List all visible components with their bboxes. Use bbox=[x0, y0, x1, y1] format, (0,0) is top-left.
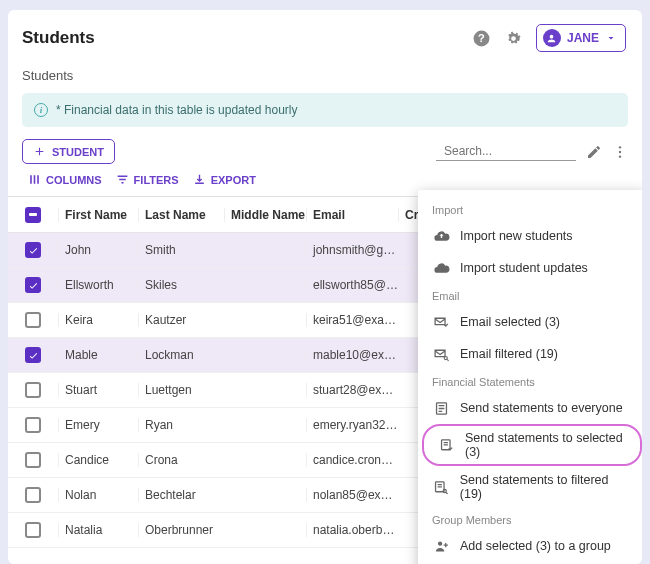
select-all-checkbox[interactable] bbox=[25, 207, 41, 223]
dd-email-filtered[interactable]: Email filtered (19) bbox=[418, 338, 642, 370]
svg-point-3 bbox=[619, 150, 621, 152]
row-checkbox[interactable] bbox=[25, 347, 41, 363]
col-middle-name[interactable]: Middle Name bbox=[224, 208, 306, 222]
cell-first-name: John bbox=[58, 243, 138, 257]
search-input-wrap[interactable] bbox=[436, 142, 576, 161]
row-checkbox[interactable] bbox=[25, 382, 41, 398]
dd-import-label: Import bbox=[418, 198, 642, 220]
cell-first-name: Emery bbox=[58, 418, 138, 432]
info-banner-text: * Financial data in this table is update… bbox=[56, 103, 297, 117]
cell-email: stuart28@exa… bbox=[306, 383, 398, 397]
svg-point-9 bbox=[444, 489, 447, 492]
svg-point-2 bbox=[619, 146, 621, 148]
search-input[interactable] bbox=[444, 144, 594, 158]
cloud-sync-icon bbox=[432, 259, 450, 277]
cell-last-name: Crona bbox=[138, 453, 224, 467]
user-menu[interactable]: JANE bbox=[536, 24, 626, 52]
cell-last-name: Luettgen bbox=[138, 383, 224, 397]
row-checkbox[interactable] bbox=[25, 417, 41, 433]
svg-text:?: ? bbox=[479, 32, 486, 44]
cell-first-name: Ellsworth bbox=[58, 278, 138, 292]
filters-button[interactable]: FILTERS bbox=[112, 171, 183, 188]
cell-last-name: Lockman bbox=[138, 348, 224, 362]
info-banner: i * Financial data in this table is upda… bbox=[22, 93, 628, 127]
page-title: Students bbox=[22, 28, 472, 48]
cell-email: keira51@exa… bbox=[306, 313, 398, 327]
dd-email-label: Email bbox=[418, 284, 642, 306]
dd-fs-everyone[interactable]: Send statements to everyone bbox=[418, 392, 642, 424]
cell-first-name: Natalia bbox=[58, 523, 138, 537]
cell-last-name: Skiles bbox=[138, 278, 224, 292]
help-icon[interactable]: ? bbox=[472, 28, 492, 48]
columns-icon bbox=[28, 173, 41, 186]
edit-icon[interactable] bbox=[586, 144, 602, 160]
add-student-button[interactable]: STUDENT bbox=[22, 139, 115, 164]
avatar-icon bbox=[543, 29, 561, 47]
cell-email: candice.crona… bbox=[306, 453, 398, 467]
svg-point-5 bbox=[444, 356, 447, 359]
cell-email: johnsmith@g… bbox=[306, 243, 398, 257]
cell-email: nolan85@exa… bbox=[306, 488, 398, 502]
user-name: JANE bbox=[567, 31, 599, 45]
row-checkbox[interactable] bbox=[25, 312, 41, 328]
cell-last-name: Oberbrunner bbox=[138, 523, 224, 537]
chevron-down-icon bbox=[605, 32, 617, 44]
export-icon bbox=[193, 173, 206, 186]
filter-icon bbox=[116, 173, 129, 186]
statement-search-icon bbox=[432, 478, 450, 496]
gear-icon[interactable] bbox=[504, 28, 524, 48]
cloud-upload-icon bbox=[432, 227, 450, 245]
cell-first-name: Keira bbox=[58, 313, 138, 327]
col-last-name[interactable]: Last Name bbox=[138, 208, 224, 222]
dd-import-new[interactable]: Import new students bbox=[418, 220, 642, 252]
email-search-icon bbox=[432, 345, 450, 363]
cell-first-name: Candice bbox=[58, 453, 138, 467]
email-check-icon bbox=[432, 313, 450, 331]
cell-last-name: Kautzer bbox=[138, 313, 224, 327]
cell-last-name: Smith bbox=[138, 243, 224, 257]
row-checkbox[interactable] bbox=[25, 242, 41, 258]
row-checkbox[interactable] bbox=[25, 522, 41, 538]
dd-gm-label: Group Members bbox=[418, 508, 642, 530]
statement-check-icon bbox=[438, 436, 455, 454]
add-student-label: STUDENT bbox=[52, 146, 104, 158]
cell-first-name: Mable bbox=[58, 348, 138, 362]
more-icon[interactable] bbox=[612, 144, 628, 160]
dd-email-selected[interactable]: Email selected (3) bbox=[418, 306, 642, 338]
statement-icon bbox=[432, 399, 450, 417]
dd-fs-label: Financial Statements bbox=[418, 370, 642, 392]
actions-dropdown: Import Import new students Import studen… bbox=[418, 190, 642, 564]
dd-import-updates[interactable]: Import student updates bbox=[418, 252, 642, 284]
cell-first-name: Nolan bbox=[58, 488, 138, 502]
user-plus-icon bbox=[432, 537, 450, 555]
dd-fs-filtered[interactable]: Send statements to filtered (19) bbox=[418, 466, 642, 508]
col-first-name[interactable]: First Name bbox=[58, 208, 138, 222]
dd-gm-add-selected[interactable]: Add selected (3) to a group bbox=[418, 530, 642, 562]
cell-email: ellsworth85@… bbox=[306, 278, 398, 292]
cell-last-name: Bechtelar bbox=[138, 488, 224, 502]
cell-first-name: Stuart bbox=[58, 383, 138, 397]
row-checkbox[interactable] bbox=[25, 277, 41, 293]
col-email[interactable]: Email bbox=[306, 208, 398, 222]
cell-last-name: Ryan bbox=[138, 418, 224, 432]
columns-button[interactable]: COLUMNS bbox=[24, 171, 106, 188]
dd-fs-selected[interactable]: Send statements to selected (3) bbox=[422, 424, 642, 466]
row-checkbox[interactable] bbox=[25, 452, 41, 468]
cell-email: natalia.oberbr… bbox=[306, 523, 398, 537]
info-icon: i bbox=[34, 103, 48, 117]
breadcrumb: Students bbox=[8, 62, 642, 93]
svg-point-10 bbox=[437, 541, 441, 545]
cell-email: mable10@exa… bbox=[306, 348, 398, 362]
export-button[interactable]: EXPORT bbox=[189, 171, 260, 188]
svg-point-4 bbox=[619, 155, 621, 157]
cell-email: emery.ryan32… bbox=[306, 418, 398, 432]
row-checkbox[interactable] bbox=[25, 487, 41, 503]
plus-icon bbox=[33, 145, 46, 158]
